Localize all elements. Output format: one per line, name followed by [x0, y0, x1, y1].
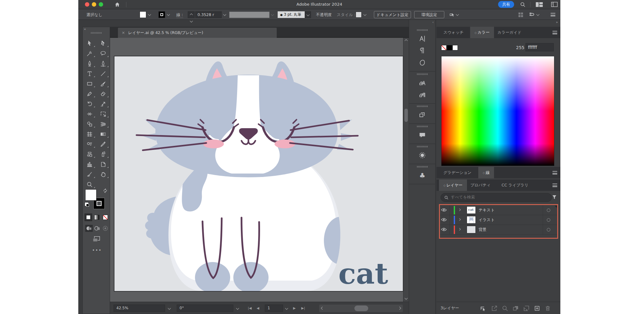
collapse-toolbar-icon[interactable]: « — [84, 27, 86, 31]
dock-panel-opentype[interactable] — [409, 57, 435, 69]
color-panel-menu-icon[interactable] — [552, 31, 557, 34]
rotation-value[interactable]: 0° — [177, 305, 233, 312]
dock-panel-character[interactable] — [409, 33, 435, 45]
layers-tab-CC ライブラリ[interactable]: CC ライブラリ — [497, 180, 533, 191]
dock-panel-paragraph-styles[interactable] — [409, 89, 435, 101]
tool-shaper[interactable] — [83, 89, 96, 99]
layer-row-テキスト[interactable]: catテキスト — [439, 205, 558, 215]
rotation-chevron-icon[interactable] — [236, 307, 239, 310]
control-menu-icon[interactable] — [551, 13, 555, 16]
gradient-mode-button[interactable] — [93, 214, 101, 221]
scroll-right-icon[interactable] — [398, 307, 401, 310]
layer-thumbnail[interactable] — [467, 226, 476, 233]
tool-paintbrush[interactable] — [96, 79, 110, 89]
tool-lasso[interactable] — [96, 49, 110, 59]
stroke-color-swatch[interactable] — [158, 11, 165, 18]
layers-search-input[interactable] — [451, 195, 539, 199]
visibility-eye-icon[interactable] — [441, 208, 447, 213]
none-mode-button[interactable] — [102, 214, 109, 221]
layer-target-circle[interactable] — [547, 208, 550, 212]
dock-drag-handle[interactable] — [417, 126, 428, 127]
style-swatch[interactable] — [356, 12, 362, 18]
stroke-weight-value[interactable]: 0.3528 r — [195, 11, 222, 18]
layer-target-circle[interactable] — [547, 228, 550, 231]
hex-value-field[interactable]: ffffff — [525, 43, 554, 51]
dock-drag-handle[interactable] — [417, 146, 428, 147]
fill-chevron-icon[interactable] — [148, 13, 151, 16]
layers-tab-レイヤー[interactable]: ◇ レイヤー — [439, 180, 467, 191]
tool-rotate[interactable] — [83, 99, 96, 109]
next-artboard-button[interactable]: ▶ — [293, 306, 296, 310]
layers-panel-menu-icon[interactable] — [552, 184, 557, 187]
swap-fill-stroke-icon[interactable] — [103, 188, 108, 193]
document-tab[interactable]: ×レイヤー.ai @ 42.5 % (RGB/プレビュー) — [118, 28, 277, 38]
draw-behind-button[interactable] — [93, 225, 101, 232]
width-profile-dropdown[interactable] — [229, 12, 269, 18]
make-clipping-mask-button[interactable] — [512, 305, 519, 312]
tool-pen[interactable] — [83, 59, 96, 69]
panel-toggle-icon[interactable] — [551, 2, 558, 7]
default-colors-icon[interactable] — [85, 202, 89, 206]
stroke-panel-menu-icon[interactable] — [552, 171, 557, 174]
tool-eyedropper[interactable] — [96, 139, 110, 149]
stroke-tab-グラデーション[interactable]: グラデーション — [439, 167, 476, 178]
tool-selection[interactable] — [83, 38, 96, 49]
layer-name[interactable]: イラスト — [479, 217, 495, 223]
style-chevron-icon[interactable] — [364, 13, 367, 16]
tool-scale[interactable] — [96, 99, 110, 109]
dock-drag-handle[interactable] — [417, 73, 428, 75]
horizontal-scrollbar[interactable] — [319, 305, 403, 312]
color-tab-カラーガイド[interactable]: カラーガイド — [493, 27, 526, 38]
dock-panel-artboards[interactable] — [409, 109, 435, 121]
dock-drag-handle[interactable] — [417, 106, 428, 107]
tool-slice[interactable] — [83, 169, 96, 180]
export-button[interactable] — [491, 305, 498, 312]
layer-target-circle[interactable] — [547, 218, 550, 222]
tool-gradient[interactable] — [96, 129, 110, 139]
screen-mode-icon[interactable] — [92, 236, 101, 243]
fill-color-indicator[interactable] — [85, 189, 97, 201]
share-button[interactable]: 共有 — [498, 1, 514, 8]
arrange-icon[interactable] — [449, 12, 455, 18]
dock-panel-paragraph[interactable] — [409, 45, 435, 57]
opacity-link[interactable]: 不透明度 — [316, 12, 332, 18]
tool-type[interactable] — [83, 69, 96, 79]
workspace-switcher-icon[interactable] — [536, 2, 543, 7]
layer-row-イラスト[interactable]: イラスト — [439, 215, 558, 225]
layer-row-背景[interactable]: 背景 — [439, 225, 558, 235]
tool-shape-builder[interactable] — [83, 119, 96, 129]
tool-magic-wand[interactable] — [83, 49, 96, 59]
stroke-weight-label[interactable]: 線 : — [176, 12, 183, 18]
locate-object-button[interactable] — [501, 305, 509, 312]
close-tab-icon[interactable]: × — [122, 30, 125, 35]
snap-options-icon[interactable] — [529, 12, 535, 18]
color-mode-button[interactable] — [85, 214, 92, 221]
canvas[interactable]: cat — [110, 38, 403, 302]
document-setup-button[interactable]: ドキュメント設定 — [374, 11, 411, 18]
filter-funnel-icon[interactable] — [552, 194, 557, 200]
toolbar-drag-handle[interactable] — [91, 32, 102, 34]
tool-line-segment[interactable] — [96, 69, 110, 79]
visibility-eye-icon[interactable] — [441, 218, 447, 223]
stroke-weight-stepper[interactable] — [188, 11, 195, 18]
color-tab-カラー[interactable]: ◇ カラー — [470, 27, 494, 38]
scroll-up-icon[interactable] — [405, 39, 408, 43]
previous-artboard-button[interactable]: ◀ — [257, 306, 259, 310]
vertical-scrollbar[interactable] — [403, 38, 409, 302]
collect-for-export-button[interactable] — [480, 305, 487, 312]
fill-color-swatch[interactable] — [140, 11, 146, 18]
vertical-scroll-thumb[interactable] — [404, 109, 408, 122]
expand-dock-icon[interactable]: ‹ — [432, 20, 434, 24]
dock-panel-attributes[interactable] — [409, 149, 435, 161]
tool-symbols[interactable] — [83, 149, 96, 159]
tool-hand[interactable] — [96, 169, 110, 180]
expand-layer-icon[interactable] — [458, 218, 461, 221]
grid-icon[interactable] — [518, 12, 524, 18]
artboard[interactable]: cat — [114, 56, 403, 291]
tool-rectangle[interactable] — [83, 79, 96, 89]
tool-free-transform[interactable] — [96, 109, 110, 119]
expand-layer-icon[interactable] — [458, 228, 461, 231]
last-artboard-button[interactable]: ▶| — [301, 306, 305, 310]
artboard-number[interactable]: 1 — [265, 305, 283, 312]
color-tab-スウォッチ[interactable]: スウォッチ — [439, 27, 468, 38]
